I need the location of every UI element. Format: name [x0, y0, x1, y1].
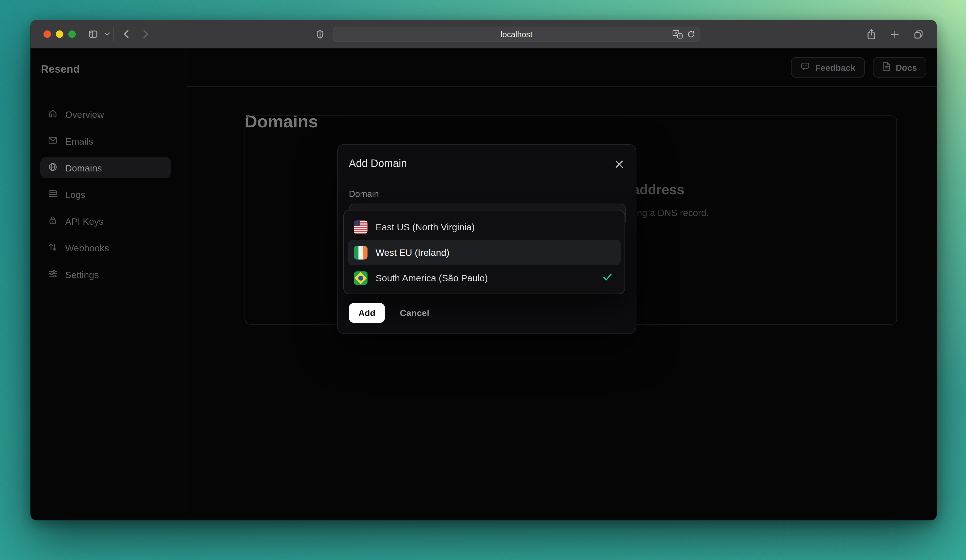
sidebar-item-api-keys[interactable]: API Keys [40, 210, 171, 232]
new-tab-icon[interactable] [886, 26, 903, 43]
logs-icon [48, 188, 58, 200]
region-dropdown: East US (North Virginia) West EU (Irelan… [343, 210, 625, 294]
close-icon[interactable] [611, 156, 627, 172]
region-option-east-us[interactable]: East US (North Virginia) [348, 214, 621, 240]
feedback-button[interactable]: Feedback [791, 57, 864, 77]
desktop: localhost A [0, 0, 966, 560]
feedback-button-label: Feedback [815, 62, 855, 72]
region-option-label: West EU (Ireland) [375, 247, 449, 258]
lock-icon [48, 215, 58, 227]
resend-logo: Resend [41, 64, 186, 76]
zoom-window-button[interactable] [68, 31, 76, 38]
sidebar-item-label: Settings [65, 269, 99, 280]
minimize-window-button[interactable] [56, 31, 63, 38]
sidebar-item-label: Emails [65, 136, 93, 146]
app-header: Feedback Docs [187, 48, 937, 87]
browser-toolbar: localhost A [31, 20, 937, 49]
sliders-icon [48, 269, 58, 280]
traffic-lights [44, 31, 76, 38]
add-domain-modal: Add Domain Domain East US (North Virgini… [337, 144, 636, 334]
add-button[interactable]: Add [349, 303, 385, 323]
url-text: localhost [501, 29, 532, 39]
globe-icon [48, 162, 58, 173]
sidebar-item-label: Overview [65, 109, 104, 120]
tab-overview-icon[interactable] [909, 26, 927, 43]
sidebar-item-label: API Keys [65, 216, 103, 226]
ireland-flag-icon [354, 246, 368, 259]
sidebar-item-overview[interactable]: Overview [40, 104, 171, 125]
modal-actions: Add Cancel [349, 303, 429, 323]
close-window-button[interactable] [44, 31, 51, 38]
empty-state-body-fragment: ng a DNS record. [637, 207, 709, 218]
share-icon[interactable] [862, 26, 879, 43]
empty-state-heading-fragment: address [632, 182, 684, 198]
reload-icon[interactable] [687, 29, 695, 39]
us-flag-icon [354, 220, 368, 234]
sidebar-nav: Overview Emails Domains Logs [31, 104, 186, 285]
chevron-down-icon[interactable] [102, 26, 112, 43]
region-option-label: South America (São Paulo) [375, 273, 488, 283]
browser-window: localhost A [31, 20, 937, 520]
docs-button[interactable]: Docs [873, 57, 927, 77]
sidebar: Resend Overview Emails Domains [31, 48, 186, 520]
speech-bubble-icon [800, 62, 810, 73]
forward-button[interactable] [137, 26, 154, 43]
region-option-south-america[interactable]: South America (São Paulo) [348, 265, 621, 291]
region-option-label: East US (North Virginia) [375, 222, 475, 232]
document-icon [882, 62, 891, 73]
sidebar-item-label: Domains [65, 162, 102, 173]
docs-button-label: Docs [895, 62, 917, 72]
sidebar-item-logs[interactable]: Logs [40, 183, 171, 205]
translate-icon[interactable]: A [672, 29, 683, 39]
sidebar-item-webhooks[interactable]: Webhooks [40, 237, 171, 259]
sidebar-item-settings[interactable]: Settings [40, 264, 171, 285]
cancel-button[interactable]: Cancel [400, 308, 429, 318]
back-button[interactable] [117, 26, 135, 43]
domain-field-label: Domain [349, 189, 379, 198]
modal-title: Add Domain [349, 158, 407, 170]
arrows-up-down-icon [48, 242, 58, 254]
sidebar-toggle-icon[interactable] [84, 26, 102, 43]
sidebar-item-label: Logs [65, 189, 85, 200]
privacy-shield-icon[interactable] [311, 26, 328, 43]
toolbar-divider [113, 27, 113, 41]
sidebar-item-domains[interactable]: Domains [40, 157, 171, 178]
envelope-icon [48, 135, 58, 147]
sidebar-item-emails[interactable]: Emails [40, 130, 171, 152]
sidebar-item-label: Webhooks [65, 242, 109, 253]
region-option-west-eu[interactable]: West EU (Ireland) [348, 240, 621, 265]
brazil-flag-icon [354, 271, 368, 285]
address-bar[interactable]: localhost A [333, 27, 700, 42]
check-icon [603, 273, 612, 283]
home-icon [48, 108, 58, 120]
